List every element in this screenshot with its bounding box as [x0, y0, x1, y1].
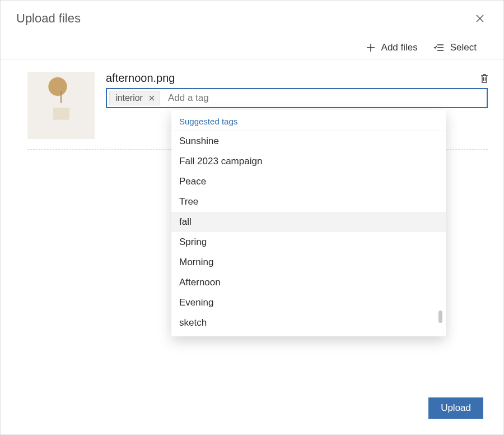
tag-suggestion-item[interactable]: Afternoon: [171, 272, 446, 293]
files-area: afternoon.png interior: [1, 59, 503, 150]
tag-suggestion-item[interactable]: Evening: [171, 293, 446, 313]
tag-suggestion-item[interactable]: Fall 2023 campaign: [171, 151, 446, 172]
plus-icon: [366, 43, 376, 53]
delete-file-button[interactable]: [479, 73, 491, 85]
trash-icon: [479, 73, 490, 84]
select-label: Select: [450, 42, 477, 53]
tag-suggestion-item[interactable]: fall: [171, 212, 446, 232]
file-thumbnail[interactable]: [27, 72, 95, 139]
tag-suggestion-item[interactable]: Sunshine: [171, 131, 446, 151]
dialog-header: Upload files: [1, 1, 503, 32]
select-button[interactable]: Select: [433, 42, 477, 53]
upload-dialog: Upload files Add files Select afternoo: [0, 0, 504, 435]
close-icon: [149, 95, 155, 101]
dialog-title: Upload files: [16, 11, 472, 26]
dialog-footer: Upload: [428, 397, 483, 419]
tag-suggestion-item[interactable]: Tree: [171, 192, 446, 212]
add-files-button[interactable]: Add files: [366, 42, 418, 53]
close-icon: [475, 14, 484, 23]
tag-suggestions-panel: Suggested tags SunshineFall 2023 campaig…: [171, 110, 446, 336]
close-button[interactable]: [472, 11, 488, 26]
upload-button[interactable]: Upload: [428, 397, 483, 419]
file-row: afternoon.png interior: [27, 72, 488, 150]
tag-suggestion-item[interactable]: Spring: [171, 232, 446, 252]
tag-chip-label: interior: [115, 93, 143, 103]
tag-suggestions-header: Suggested tags: [171, 110, 446, 131]
file-main: afternoon.png interior: [106, 72, 488, 108]
tag-chip: interior: [109, 91, 160, 105]
tag-suggestion-item[interactable]: sketch: [171, 313, 446, 333]
tag-suggestion-item[interactable]: Morning: [171, 252, 446, 272]
tag-chip-remove[interactable]: [147, 94, 156, 103]
tag-field[interactable]: interior: [106, 88, 488, 108]
file-name: afternoon.png: [106, 72, 488, 85]
toolbar: Add files Select: [1, 32, 503, 59]
add-files-label: Add files: [381, 42, 418, 53]
select-list-icon: [433, 42, 445, 53]
tag-suggestions-list[interactable]: SunshineFall 2023 campaignPeaceTreefallS…: [171, 131, 446, 336]
tag-input[interactable]: [164, 89, 487, 107]
tag-suggestion-item[interactable]: Peace: [171, 172, 446, 192]
